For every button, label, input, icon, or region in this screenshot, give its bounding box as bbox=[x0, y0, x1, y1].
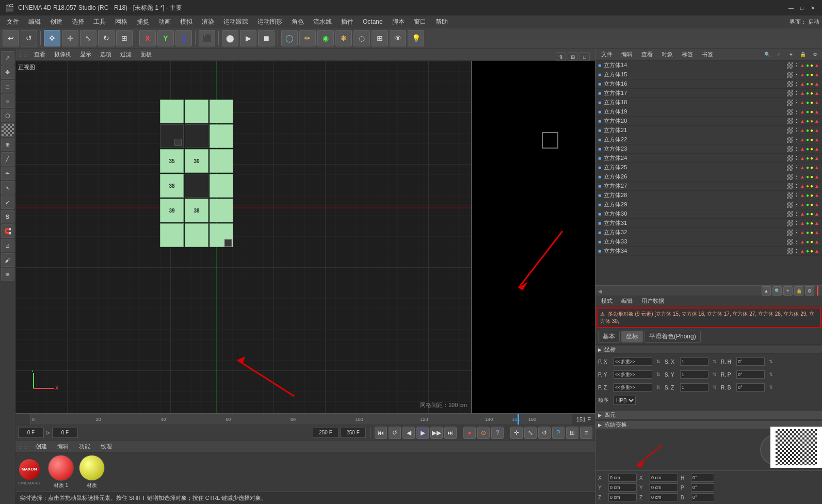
pz-input[interactable] bbox=[614, 383, 652, 392]
tool-s[interactable]: S bbox=[1, 210, 14, 223]
keyframe-button[interactable]: ⬤ bbox=[222, 30, 238, 46]
menu-select[interactable]: 选择 bbox=[68, 17, 88, 27]
menu-window[interactable]: 窗口 bbox=[410, 17, 430, 27]
tool-spline[interactable]: ∿ bbox=[1, 181, 14, 194]
menu-tools[interactable]: 工具 bbox=[89, 17, 110, 27]
mode-tab-mode[interactable]: 模式 bbox=[598, 296, 616, 306]
material-1[interactable]: 材质 1 bbox=[48, 455, 74, 489]
px-input[interactable] bbox=[614, 357, 652, 366]
frame-end-input1[interactable] bbox=[313, 428, 339, 438]
menu-motiontrack[interactable]: 运动跟踪 bbox=[219, 17, 252, 27]
prop-icon-plus[interactable]: + bbox=[783, 286, 793, 296]
tool-poly[interactable]: ⬡ bbox=[1, 109, 14, 122]
prop-tab-basic[interactable]: 基本 bbox=[598, 331, 620, 343]
menu-edit[interactable]: 编辑 bbox=[24, 17, 45, 27]
undo-button[interactable]: ↩ bbox=[3, 30, 19, 46]
mat-tab-edit[interactable]: 编辑 bbox=[54, 442, 72, 451]
play-button[interactable]: ▶ bbox=[416, 427, 429, 439]
transform-button[interactable]: ⊞ bbox=[116, 30, 133, 46]
tool-extra[interactable]: ≋ bbox=[1, 268, 14, 281]
vp-filter-menu[interactable]: 过滤 bbox=[117, 50, 135, 59]
obj-row-15[interactable]: ■ 立方体15 ⋮ ▲ ● ● ▲ bbox=[595, 70, 822, 79]
om-tab-file[interactable]: 文件 bbox=[598, 50, 616, 59]
axis-x-button[interactable]: X bbox=[139, 30, 156, 46]
menu-snap[interactable]: 捕捉 bbox=[133, 17, 153, 27]
cube-button[interactable]: ⬛ bbox=[199, 30, 215, 46]
bcoord-y-input[interactable] bbox=[608, 483, 637, 492]
obj-row-27[interactable]: ■ 立方体27 ⋮ ▲ ● ● ▲ bbox=[595, 182, 822, 191]
menu-script[interactable]: 脚本 bbox=[388, 17, 409, 27]
bcoord-z2-input[interactable] bbox=[650, 493, 678, 501]
timeline-ruler[interactable]: 0 20 40 60 80 100 120 140 151 160 bbox=[31, 414, 572, 425]
prop-tab-phong[interactable]: 平滑着色(Phong) bbox=[644, 331, 701, 343]
frame-current-input[interactable] bbox=[52, 428, 78, 438]
record-button[interactable]: ● bbox=[463, 427, 476, 439]
sy-input[interactable] bbox=[680, 370, 708, 379]
obj-row-18[interactable]: ■ 立方体18 ⋮ ▲ ● ● ▲ bbox=[595, 98, 822, 107]
prop-icon-search[interactable]: 🔍 bbox=[772, 286, 782, 296]
obj-row-16[interactable]: ■ 立方体16 ⋮ ▲ ● ● ▲ bbox=[595, 79, 822, 89]
scale-key-button[interactable]: ⤡ bbox=[524, 427, 537, 439]
bcoord-y2-input[interactable] bbox=[650, 483, 678, 492]
prop-collapse-icon[interactable]: ◀ bbox=[598, 288, 606, 294]
obj-row-19[interactable]: ■ 立方体19 ⋮ ▲ ● ● ▲ bbox=[595, 107, 822, 117]
tool-circle[interactable]: ○ bbox=[1, 94, 14, 108]
prop-icon-lock[interactable]: 🔒 bbox=[794, 286, 803, 296]
autokey-button[interactable]: ⊙ bbox=[477, 427, 490, 439]
bcoord-p-input[interactable] bbox=[691, 483, 714, 492]
rh-input[interactable] bbox=[736, 357, 765, 366]
maximize-button[interactable]: □ bbox=[798, 4, 806, 12]
om-lock-icon[interactable]: 🔒 bbox=[798, 50, 808, 59]
obj-row-28[interactable]: ■ 立方体28 ⋮ ▲ ● ● ▲ bbox=[595, 191, 822, 200]
obj-row-33[interactable]: ■ 立方体33 ⋮ ▲ ● ● ▲ bbox=[595, 237, 822, 247]
menu-sim[interactable]: 模拟 bbox=[176, 17, 197, 27]
minimize-button[interactable]: — bbox=[787, 4, 795, 12]
mode-tab-user[interactable]: 用户数据 bbox=[638, 296, 667, 306]
scale-tool-button[interactable]: ⤡ bbox=[80, 30, 96, 46]
paint-button[interactable]: ✏ bbox=[299, 30, 316, 46]
obj-row-20[interactable]: ■ 立方体20 ⋮ ▲ ● ● ▲ bbox=[595, 117, 822, 126]
obj-row-21[interactable]: ■ 立方体21 ⋮ ▲ ● ● ▲ bbox=[595, 126, 822, 135]
tool-arrow[interactable]: ↗ bbox=[1, 51, 14, 64]
obj-row-34[interactable]: ■ 立方体34 ⋮ ▲ ● ● ▲ bbox=[595, 247, 822, 256]
rotate-tool-button[interactable]: ↻ bbox=[98, 30, 115, 46]
prop-icon-settings[interactable]: ⚙ bbox=[805, 286, 814, 296]
play-fwd-button[interactable]: ▶▶ bbox=[430, 427, 443, 439]
bcoord-h-input[interactable] bbox=[691, 474, 714, 482]
om-plus-icon[interactable]: + bbox=[786, 50, 796, 59]
prop-tab-coord[interactable]: 坐标 bbox=[621, 331, 643, 343]
close-button[interactable]: ✕ bbox=[809, 4, 817, 12]
bcoord-x-input[interactable] bbox=[608, 474, 637, 482]
om-tab-bookmark[interactable]: 书签 bbox=[699, 50, 716, 59]
obj-row-17[interactable]: ■ 立方体17 ⋮ ▲ ● ● ▲ bbox=[595, 89, 822, 98]
obj-row-32[interactable]: ■ 立方体32 ⋮ ▲ ● ● ▲ bbox=[595, 228, 822, 237]
light-button[interactable]: 💡 bbox=[408, 30, 424, 46]
om-tab-view[interactable]: 查看 bbox=[638, 50, 656, 59]
material-2[interactable]: 材质 bbox=[79, 455, 105, 489]
play-back-button[interactable]: ◀ bbox=[402, 427, 415, 439]
tool-box[interactable]: □ bbox=[1, 80, 14, 93]
tool-select[interactable]: ✥ bbox=[1, 66, 14, 79]
skip-end-button[interactable]: ⏭ bbox=[444, 427, 457, 439]
menu-mesh[interactable]: 网格 bbox=[111, 17, 132, 27]
redo-button[interactable]: ↺ bbox=[21, 30, 37, 46]
tool-edge[interactable]: ╱ bbox=[1, 152, 14, 166]
viewport-right[interactable] bbox=[472, 61, 595, 413]
select-tool-button[interactable]: ✥ bbox=[44, 30, 60, 46]
vp-panel-menu[interactable]: 面板 bbox=[137, 50, 155, 59]
vp-options-menu[interactable]: 选项 bbox=[97, 50, 115, 59]
menu-render[interactable]: 渲染 bbox=[198, 17, 218, 27]
prop-icon-up[interactable]: ▲ bbox=[762, 286, 771, 296]
obj-row-31[interactable]: ■ 立方体31 ⋮ ▲ ● ● ▲ bbox=[595, 219, 822, 228]
tool-pen[interactable]: ✒ bbox=[1, 167, 14, 180]
sphere-button[interactable]: ◯ bbox=[281, 30, 298, 46]
mode-tab-edit[interactable]: 编辑 bbox=[618, 296, 636, 306]
loop-key-button[interactable]: ↺ bbox=[538, 427, 551, 439]
menu-pipeline[interactable]: 流水线 bbox=[309, 17, 336, 27]
py-input[interactable] bbox=[614, 370, 652, 379]
tool-bend[interactable]: ↙ bbox=[1, 196, 14, 209]
menu-mograph[interactable]: 运动图形 bbox=[253, 17, 286, 27]
obj-row-24[interactable]: ■ 立方体24 ⋮ ▲ ● ● ▲ bbox=[595, 154, 822, 163]
list-button[interactable]: ≡ bbox=[580, 427, 592, 439]
frame-end-input2[interactable] bbox=[340, 428, 366, 438]
